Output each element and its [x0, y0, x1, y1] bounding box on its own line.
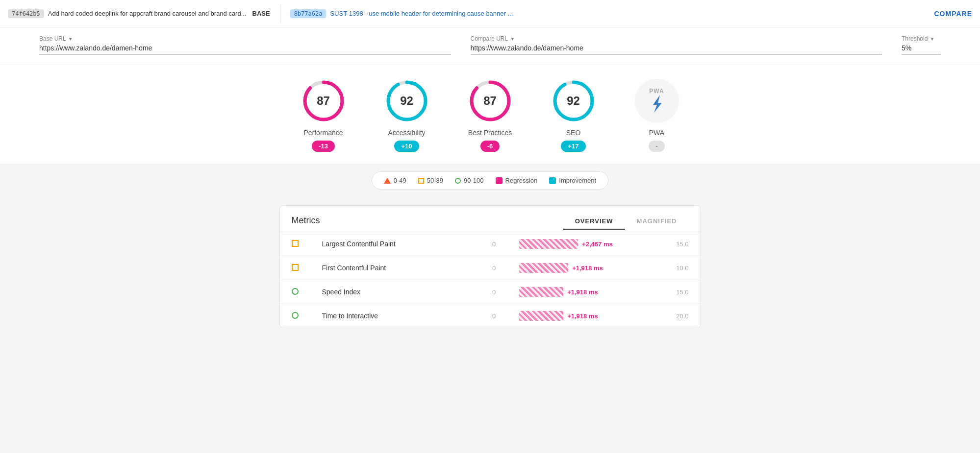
bar-hatched — [519, 287, 563, 297]
pwa-text: PWA — [649, 88, 664, 95]
metric-name-cell: First Contentful Paint — [310, 256, 480, 280]
bar-value: +2,467 ms — [582, 240, 613, 248]
regression-icon — [496, 177, 503, 184]
metric-zero: 0 — [480, 232, 507, 256]
score-card-performance: 87 Performance -13 — [302, 79, 346, 152]
bar-wrapper: +1,918 ms — [519, 287, 653, 297]
metric-icon-cell — [280, 232, 310, 256]
metrics-table: Largest Contentful Paint 0 +2,467 ms 15.… — [280, 232, 701, 328]
metric-name-cell: Time to Interactive — [310, 304, 480, 328]
legend-regression: Regression — [496, 177, 538, 184]
bar-wrapper: +2,467 ms — [519, 239, 653, 249]
compare-button[interactable]: COMPARE — [934, 10, 972, 18]
base-url-value[interactable]: https://www.zalando.de/damen-home — [39, 44, 451, 55]
score-label-accessibility: Accessibility — [388, 129, 425, 137]
base-commit-badge: 74f642b5 — [8, 9, 44, 18]
threshold-value[interactable]: 5% — [902, 44, 941, 55]
metric-zero: 0 — [480, 256, 507, 280]
score-card-seo: 92 SEO +17 — [552, 79, 596, 152]
circle-best-practices: 87 — [468, 79, 512, 123]
score-label-seo: SEO — [566, 129, 581, 137]
score-badge-pwa: - — [649, 141, 664, 152]
tab-overview[interactable]: OVERVIEW — [563, 214, 625, 230]
bar-value: +1,918 ms — [567, 312, 598, 320]
legend-range3: 90-100 — [455, 177, 483, 184]
tab-magnified[interactable]: MAGNIFIED — [625, 214, 689, 230]
metric-end: 20.0 — [664, 304, 700, 328]
metric-zero: 0 — [480, 280, 507, 304]
bar-hatched — [519, 239, 578, 249]
table-row: Time to Interactive 0 +1,918 ms 20.0 — [280, 304, 701, 328]
base-label: BASE — [252, 10, 270, 17]
threshold-dropdown-arrow[interactable]: ▼ — [930, 36, 934, 42]
score-label-pwa: PWA — [649, 129, 664, 137]
bar-value: +1,918 ms — [572, 264, 603, 272]
score-value-best-practices: 87 — [483, 94, 497, 108]
metrics-card: Metrics OVERVIEW MAGNIFIED Largest Conte… — [279, 205, 701, 328]
compare-commit-badge: 8b77a62a — [290, 9, 327, 18]
circle-accessibility: 92 — [385, 79, 429, 123]
metric-bar-cell: +2,467 ms — [507, 232, 664, 256]
circle-performance: 87 — [302, 79, 346, 123]
top-bar: 74f642b5 Add hard coded deeplink for app… — [0, 0, 980, 27]
bar-value: +1,918 ms — [567, 288, 598, 296]
bar-wrapper: +1,918 ms — [519, 311, 653, 321]
triangle-icon — [384, 178, 391, 184]
metric-bar-cell: +1,918 ms — [507, 256, 664, 280]
pwa-icon: PWA — [635, 79, 679, 123]
divider — [280, 5, 280, 23]
score-label-best-practices: Best Practices — [468, 129, 512, 137]
square-icon — [418, 178, 424, 184]
base-url-dropdown-arrow[interactable]: ▼ — [68, 36, 73, 42]
bar-hatched — [519, 311, 563, 321]
score-value-seo: 92 — [567, 94, 580, 108]
metric-name-cell: Largest Contentful Paint — [310, 232, 480, 256]
legend-range1: 0-49 — [384, 177, 406, 184]
score-label-performance: Performance — [303, 129, 343, 137]
table-row: Largest Contentful Paint 0 +2,467 ms 15.… — [280, 232, 701, 256]
bar-wrapper: +1,918 ms — [519, 263, 653, 273]
url-section: Base URL ▼ https://www.zalando.de/damen-… — [0, 27, 980, 63]
bar-hatched — [519, 263, 568, 273]
compare-url-group: Compare URL ▼ https://www.zalando.de/dam… — [471, 35, 882, 55]
metric-end: 10.0 — [664, 256, 700, 280]
score-card-pwa: PWA PWA - — [635, 79, 679, 152]
compare-commit-message: SUST-1398 - use mobile header for determ… — [330, 10, 930, 17]
metric-bar-cell: +1,918 ms — [507, 304, 664, 328]
svg-marker-8 — [653, 95, 662, 113]
metric-end: 15.0 — [664, 280, 700, 304]
compare-url-value[interactable]: https://www.zalando.de/damen-home — [471, 44, 882, 55]
metric-bar-cell: +1,918 ms — [507, 280, 664, 304]
metrics-title: Metrics — [292, 215, 320, 230]
metric-zero: 0 — [480, 304, 507, 328]
threshold-label: Threshold ▼ — [902, 35, 941, 42]
compare-url-label: Compare URL ▼ — [471, 35, 882, 42]
base-url-label: Base URL ▼ — [39, 35, 451, 42]
score-badge-accessibility: +10 — [394, 141, 419, 152]
green-circle-icon — [292, 288, 299, 295]
base-url-group: Base URL ▼ https://www.zalando.de/damen-… — [39, 35, 451, 55]
score-badge-seo: +17 — [561, 141, 585, 152]
improvement-icon — [549, 177, 556, 184]
compare-url-dropdown-arrow[interactable]: ▼ — [510, 36, 515, 42]
score-badge-performance: -13 — [312, 141, 335, 152]
base-commit-message: Add hard coded deeplink for appcraft bra… — [48, 10, 247, 17]
threshold-group: Threshold ▼ 5% — [902, 35, 941, 55]
scores-section: 87 Performance -13 92 Accessibility +10 … — [0, 63, 980, 164]
score-badge-best-practices: -6 — [480, 141, 500, 152]
yellow-square-icon — [292, 264, 299, 271]
circle-icon — [455, 178, 461, 184]
legend-box: 0-49 50-89 90-100 Regression Improvement — [372, 171, 608, 190]
circle-seo: 92 — [552, 79, 596, 123]
metric-icon-cell — [280, 256, 310, 280]
legend-improvement: Improvement — [549, 177, 596, 184]
metrics-tabs: OVERVIEW MAGNIFIED — [563, 214, 689, 230]
metric-name-cell: Speed Index — [310, 280, 480, 304]
yellow-square-icon — [292, 240, 299, 247]
lightning-icon — [646, 93, 668, 115]
metric-icon-cell — [280, 280, 310, 304]
score-value-accessibility: 92 — [400, 94, 413, 108]
legend-section: 0-49 50-89 90-100 Regression Improvement — [0, 164, 980, 197]
score-value-performance: 87 — [317, 94, 330, 108]
metrics-header: Metrics OVERVIEW MAGNIFIED — [280, 206, 701, 230]
